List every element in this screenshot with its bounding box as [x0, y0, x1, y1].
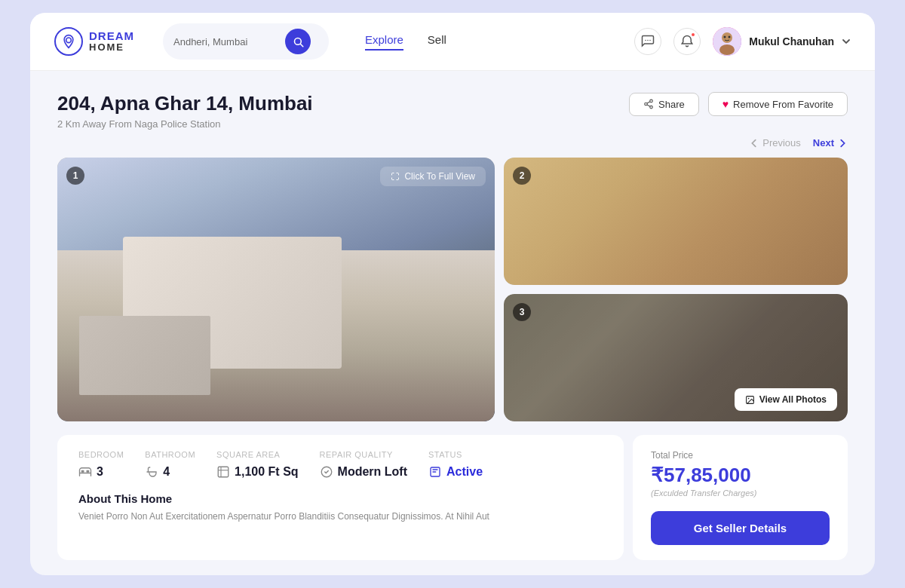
- bedroom-value: 3: [97, 465, 103, 479]
- share-label: Share: [658, 99, 685, 110]
- svg-line-2: [300, 44, 302, 46]
- svg-point-10: [729, 36, 731, 38]
- fullview-button[interactable]: Click To Full View: [380, 167, 486, 186]
- price-value: ₹57,85,000: [651, 464, 830, 487]
- app-container: DREAM HOME Explore Sell: [30, 13, 875, 575]
- arrow-left-icon: [749, 138, 759, 149]
- quality-value: Modern Loft: [338, 465, 407, 479]
- property-actions: Share ♥ Remove From Favorite: [629, 92, 848, 116]
- svg-point-0: [66, 38, 72, 43]
- image2-badge: 2: [513, 167, 531, 185]
- arrow-right-icon: [837, 138, 848, 149]
- prev-button[interactable]: Previous: [749, 137, 801, 149]
- svg-point-11: [650, 100, 653, 103]
- main-content: 204, Apna Ghar 14, Mumbai 2 Km Away From…: [30, 71, 875, 575]
- spec-area: Square Area 1,100 Ft Sq: [216, 450, 298, 479]
- details-right: Total Price ₹57,85,000 (Exculded Transfe…: [633, 435, 848, 560]
- svg-line-15: [647, 102, 650, 103]
- notification-button[interactable]: [673, 28, 701, 55]
- image3-badge: 3: [513, 303, 531, 321]
- bathroom-value: 4: [163, 465, 170, 479]
- logo-text: DREAM HOME: [89, 30, 134, 54]
- area-value: 1,100 Ft Sq: [235, 465, 298, 479]
- svg-rect-18: [81, 470, 84, 473]
- spec-bathroom: Bathroom 4: [145, 450, 195, 479]
- gallery-section: 1 Click To Full View 2 3: [57, 158, 848, 421]
- svg-point-9: [724, 36, 726, 38]
- image-icon: [745, 395, 755, 405]
- get-seller-button[interactable]: Get Seller Details: [651, 511, 830, 545]
- svg-line-14: [647, 105, 650, 106]
- specs-row: Bedroom 3 Bathroom: [78, 450, 603, 479]
- property-details-row: Bedroom 3 Bathroom: [57, 435, 848, 560]
- main-image: 1 Click To Full View: [57, 158, 495, 421]
- status-icon: [428, 465, 442, 479]
- price-note: (Exculded Transfer Charges): [651, 488, 830, 498]
- svg-point-13: [650, 106, 653, 109]
- svg-point-17: [747, 397, 749, 399]
- svg-point-5: [649, 40, 651, 41]
- property-header: 204, Apna Ghar 14, Mumbai 2 Km Away From…: [57, 92, 848, 130]
- fullview-icon: [391, 172, 400, 181]
- share-icon: [643, 99, 654, 109]
- user-area[interactable]: Mukul Chanuhan: [713, 27, 851, 56]
- share-button[interactable]: Share: [629, 93, 699, 116]
- details-left: Bedroom 3 Bathroom: [57, 435, 624, 560]
- svg-point-4: [647, 40, 649, 41]
- spec-status: Status Active: [428, 450, 483, 479]
- svg-point-12: [645, 103, 648, 106]
- fav-label: Remove From Favorite: [733, 99, 833, 110]
- spec-quality: Repair Quality Modern Loft: [320, 450, 407, 479]
- total-price-label: Total Price: [651, 450, 830, 461]
- logo-icon: [54, 27, 83, 56]
- nav-sell[interactable]: Sell: [428, 33, 446, 51]
- user-name: Mukul Chanuhan: [749, 35, 834, 47]
- thumbnail-1[interactable]: 2: [504, 158, 848, 285]
- nav-explore[interactable]: Explore: [365, 33, 403, 51]
- avatar: [713, 27, 741, 56]
- svg-rect-19: [87, 470, 90, 473]
- svg-point-3: [645, 40, 646, 41]
- logo-dream: DREAM: [89, 30, 134, 43]
- heart-icon: ♥: [722, 98, 729, 110]
- chevron-down-icon: [842, 37, 851, 46]
- property-subtitle: 2 Km Away From Naga Police Station: [57, 118, 313, 130]
- search-bar[interactable]: [163, 23, 329, 60]
- search-input[interactable]: [173, 36, 279, 47]
- about-title: About This Home: [78, 492, 603, 505]
- area-icon: [216, 465, 230, 479]
- svg-rect-20: [218, 467, 229, 477]
- logo-home: HOME: [89, 42, 134, 53]
- nav-pagination: Previous Next: [57, 137, 848, 149]
- header-right: Mukul Chanuhan: [634, 27, 851, 56]
- page-title: 204, Apna Ghar 14, Mumbai: [57, 92, 313, 115]
- spec-bedroom: Bedroom 3: [78, 450, 124, 479]
- nav-links: Explore Sell: [365, 33, 446, 51]
- favorite-button[interactable]: ♥ Remove From Favorite: [708, 92, 848, 116]
- quality-icon: [320, 465, 333, 479]
- about-text: Veniet Porro Non Aut Exercitationem Aspe…: [78, 510, 603, 524]
- logo-area: DREAM HOME: [54, 27, 145, 56]
- thumbnail-column: 2 3 View All Photos: [504, 158, 848, 421]
- status-value: Active: [446, 465, 483, 479]
- view-all-button[interactable]: View All Photos: [735, 388, 837, 411]
- property-title-area: 204, Apna Ghar 14, Mumbai 2 Km Away From…: [57, 92, 313, 130]
- svg-point-7: [722, 32, 732, 43]
- thumbnail-2[interactable]: 3 View All Photos: [504, 294, 848, 421]
- header: DREAM HOME Explore Sell: [30, 13, 875, 71]
- bath-icon: [145, 465, 158, 479]
- notification-dot: [690, 32, 696, 38]
- search-button[interactable]: [285, 29, 311, 54]
- chat-button[interactable]: [634, 28, 661, 55]
- next-button[interactable]: Next: [813, 137, 848, 149]
- svg-point-8: [719, 44, 735, 55]
- bed-icon: [78, 465, 92, 479]
- image1-badge: 1: [66, 167, 84, 185]
